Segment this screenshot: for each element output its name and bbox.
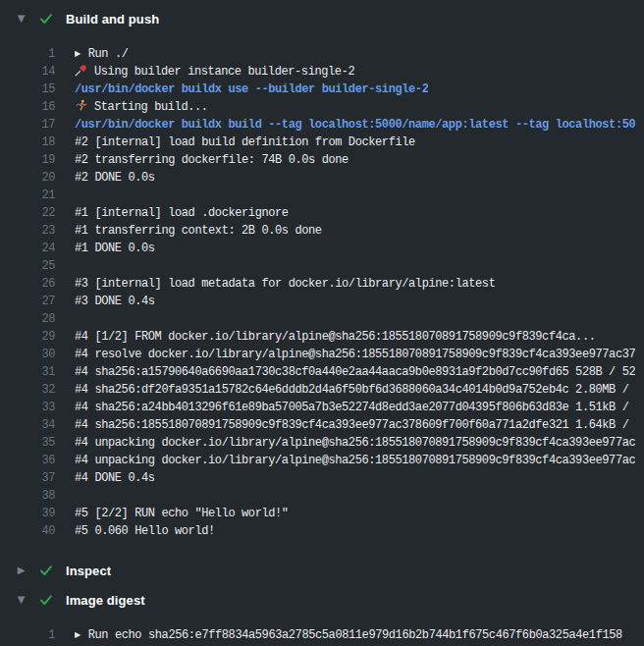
line-number[interactable]: 35 [0, 434, 55, 452]
line-text: #5 0.060 Hello world! [75, 522, 215, 540]
log-section-image-digest: ▼ Image digest 1▶Run echo sha256:e7ff883… [0, 587, 644, 646]
log-line: 23#1 transferring context: 2B 0.0s done [0, 222, 644, 240]
line-number[interactable]: 26 [0, 275, 55, 293]
line-text: #4 sha256:a15790640a6690aa1730c38cf0a440… [75, 363, 635, 381]
line-text: #1 DONE 0.0s [75, 240, 155, 257]
log-line: 15/usr/bin/docker buildx use --builder b… [0, 81, 644, 98]
line-number[interactable]: 37 [0, 469, 55, 487]
log-line: 38 [0, 487, 644, 505]
expand-run-group-icon[interactable]: ▶ [75, 626, 80, 644]
line-text: #4 unpacking docker.io/library/alpine@sh… [75, 452, 635, 469]
log-line: 34#4 sha256:185518070891758909c9f839cf4c… [0, 416, 644, 434]
line-number[interactable]: 18 [0, 134, 55, 151]
line-number[interactable]: 20 [0, 169, 55, 187]
log-line: 27#3 DONE 0.4s [0, 293, 644, 310]
log-line: 30#4 resolve docker.io/library/alpine@sh… [0, 346, 644, 363]
line-text: #3 [internal] load metadata for docker.i… [75, 275, 495, 293]
line-text: #2 transferring dockerfile: 74B 0.0s don… [75, 151, 349, 169]
section-header-inspect[interactable]: ▶ Inspect [0, 558, 644, 583]
line-number[interactable]: 30 [0, 346, 55, 363]
line-text: Using builder instance builder-single-2 [75, 63, 354, 81]
section-collapse-caret-icon[interactable]: ▼ [16, 595, 27, 605]
success-check-icon [38, 592, 54, 608]
actions-log-viewer: ▼ Build and push 1▶Run ./14Using builder… [0, 0, 644, 646]
line-text: #1 [internal] load .dockerignore [75, 204, 289, 222]
log-line: 37#4 DONE 0.4s [0, 469, 644, 487]
pushpin-icon [75, 63, 88, 81]
log-line: 40#5 0.060 Hello world! [0, 522, 644, 540]
log-line: 32#4 sha256:df20fa9351a15782c64e6dddb2d4… [0, 381, 644, 399]
line-text: /usr/bin/docker buildx build --tag local… [75, 116, 635, 134]
line-number[interactable]: 36 [0, 452, 55, 469]
line-number[interactable]: 14 [0, 63, 55, 81]
section-title: Build and push [66, 12, 159, 27]
line-text: #4 DONE 0.4s [75, 469, 155, 487]
line-number[interactable]: 1 [0, 45, 55, 63]
log-line: 26#3 [internal] load metadata for docker… [0, 275, 644, 293]
line-number[interactable]: 29 [0, 328, 55, 346]
line-text: #2 [internal] load build definition from… [75, 134, 415, 151]
line-text: /usr/bin/docker buildx use --builder bui… [75, 81, 428, 98]
log-section-inspect: ▶ Inspect [0, 558, 644, 583]
log-line: 36#4 unpacking docker.io/library/alpine@… [0, 452, 644, 469]
line-text: #4 [1/2] FROM docker.io/library/alpine@s… [75, 328, 596, 346]
line-number[interactable]: 39 [0, 505, 55, 522]
section-collapse-caret-icon[interactable]: ▼ [16, 14, 27, 24]
section-log-lines: 1▶Run echo sha256:e7ff8834a5963a2785c5a0… [0, 626, 644, 646]
line-number[interactable]: 21 [0, 187, 55, 204]
line-text: ▶Run echo sha256:e7ff8834a5963a2785c5a08… [75, 626, 622, 644]
section-header-build-and-push[interactable]: ▼ Build and push [0, 6, 644, 31]
line-number[interactable]: 17 [0, 116, 55, 134]
log-line: 1▶Run ./ [0, 45, 644, 63]
line-number[interactable]: 40 [0, 522, 55, 540]
line-number[interactable]: 33 [0, 399, 55, 416]
line-text: #4 unpacking docker.io/library/alpine@sh… [75, 434, 635, 452]
line-number[interactable]: 31 [0, 363, 55, 381]
line-number[interactable]: 24 [0, 240, 55, 257]
line-number[interactable]: 16 [0, 98, 55, 116]
log-line: 1▶Run echo sha256:e7ff8834a5963a2785c5a0… [0, 626, 644, 644]
line-number[interactable]: 1 [0, 626, 55, 644]
log-section-build-and-push: ▼ Build and push 1▶Run ./14Using builder… [0, 6, 644, 540]
log-line: 14Using builder instance builder-single-… [0, 63, 644, 81]
log-line: 16Starting build... [0, 98, 644, 116]
section-log-lines: 1▶Run ./14Using builder instance builder… [0, 45, 644, 540]
success-check-icon [38, 563, 54, 578]
line-text: ▶Run ./ [75, 45, 129, 63]
line-text: #4 sha256:a24bb4013296f61e89ba57005a7b3e… [75, 399, 635, 416]
section-title: Image digest [66, 593, 145, 608]
line-number[interactable]: 27 [0, 293, 55, 310]
log-line: 33#4 sha256:a24bb4013296f61e89ba57005a7b… [0, 399, 644, 416]
log-line: 35#4 unpacking docker.io/library/alpine@… [0, 434, 644, 452]
line-text: #4 resolve docker.io/library/alpine@sha2… [75, 346, 635, 363]
section-collapse-caret-icon[interactable]: ▶ [16, 565, 27, 575]
line-text: #1 transferring context: 2B 0.0s done [75, 222, 322, 240]
expand-run-group-icon[interactable]: ▶ [75, 45, 80, 63]
line-text: #5 [2/2] RUN echo "Hello world!" [75, 505, 289, 522]
runner-icon [75, 98, 88, 116]
log-line: 22#1 [internal] load .dockerignore [0, 204, 644, 222]
log-line: 21 [0, 187, 644, 204]
line-number[interactable]: 28 [0, 310, 55, 328]
line-number[interactable]: 34 [0, 416, 55, 434]
line-number[interactable]: 19 [0, 151, 55, 169]
line-number[interactable]: 22 [0, 204, 55, 222]
log-line: 29#4 [1/2] FROM docker.io/library/alpine… [0, 328, 644, 346]
log-line: 18#2 [internal] load build definition fr… [0, 134, 644, 151]
line-text: #3 DONE 0.4s [75, 293, 155, 310]
line-number[interactable]: 38 [0, 487, 55, 505]
line-text: #4 sha256:df20fa9351a15782c64e6dddb2d4a6… [75, 381, 635, 399]
line-number[interactable]: 15 [0, 81, 55, 98]
log-line: 24#1 DONE 0.0s [0, 240, 644, 257]
log-line: 25 [0, 257, 644, 275]
line-number[interactable]: 25 [0, 257, 55, 275]
success-check-icon [38, 11, 54, 27]
line-number[interactable]: 32 [0, 381, 55, 399]
log-line: 28 [0, 310, 644, 328]
section-header-image-digest[interactable]: ▼ Image digest [0, 587, 644, 613]
line-number[interactable]: 23 [0, 222, 55, 240]
line-text: #4 sha256:185518070891758909c9f839cf4ca3… [75, 416, 635, 434]
log-line: 17/usr/bin/docker buildx build --tag loc… [0, 116, 644, 134]
section-title: Inspect [66, 564, 111, 578]
line-text: Starting build... [75, 98, 208, 116]
